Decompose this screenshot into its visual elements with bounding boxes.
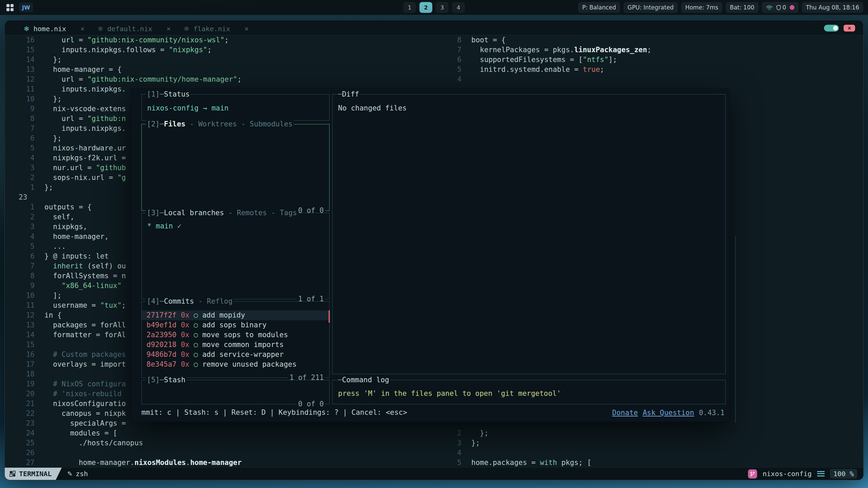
tab-home.nix[interactable]: ❄home.nix×: [24, 25, 85, 33]
code-text: inherit (self) ou: [44, 261, 126, 271]
terminal-mode-icon: [9, 471, 16, 477]
donate-link[interactable]: Donate: [612, 409, 638, 417]
line-number: 5: [432, 458, 461, 468]
code-text: };: [44, 183, 53, 192]
line-number: 13: [5, 320, 35, 330]
toggle-knob: [833, 26, 838, 30]
workspace-3[interactable]: 3: [436, 2, 449, 13]
editor-area[interactable]: 16 url = "github:nix-community/nixos-wsl…: [5, 35, 863, 467]
commit-row[interactable]: 2a23950 0x ○ move sops to modules: [142, 330, 329, 340]
code-text: "x86_64-linux": [44, 281, 122, 291]
line-number: 25: [5, 438, 35, 448]
code-text: forAllSystems = n: [44, 271, 126, 281]
lazygit-branches-panel[interactable]: [3]─Local branches - Remotes - Tags * ma…: [141, 213, 330, 299]
lazygit-version: 0.43.1: [699, 409, 725, 417]
line-number: 2: [5, 173, 35, 183]
lazygit-stash-panel[interactable]: [5]─Stash 0 of 0: [141, 380, 330, 404]
code-text: outputs = {: [44, 202, 92, 212]
code-line: 27 home-manager.nixosModules.home-manage…: [5, 458, 242, 468]
line-number: 4: [432, 75, 461, 84]
editor-pane-right[interactable]: 8boot = {7 kernelPackages = pkgs.linuxPa…: [432, 35, 651, 84]
shell-label: zsh: [76, 470, 88, 478]
tab-label: home.nix: [34, 25, 66, 33]
line-number: 10: [5, 291, 35, 301]
line-number: 3: [5, 163, 35, 173]
tray-icons[interactable]: 0: [762, 2, 798, 13]
code-text: supportedFilesystems = ["ntfs"];: [471, 55, 617, 65]
line-number: 16: [5, 350, 35, 360]
panel-title: ─Diff: [337, 90, 360, 99]
tab-close-icon[interactable]: ×: [244, 25, 249, 33]
lazygit-files-panel[interactable]: [2]─Files - Worktrees - Submodules 0 of …: [141, 124, 330, 211]
line-number: 2: [5, 212, 35, 222]
line-number: 8: [5, 114, 35, 124]
stat-badge: GPU: Integrated: [624, 2, 678, 13]
panel-title: [3]─Local branches - Remotes - Tags: [146, 208, 298, 218]
tab-close-icon[interactable]: ×: [166, 25, 171, 33]
line-number: 12: [5, 75, 35, 84]
code-line: 16 url = "github:nix-community/nixos-wsl…: [5, 35, 242, 45]
mode-label: TERMINAL: [19, 470, 52, 478]
code-text: url = "github:n: [44, 114, 126, 124]
code-text: };: [44, 134, 62, 143]
lazygit-diff-panel[interactable]: ─Diff No changed files: [332, 94, 726, 374]
commits-scrollbar[interactable]: [329, 310, 330, 323]
commit-row[interactable]: 9486b7d 0x ○ add service-wrapper: [142, 350, 329, 360]
ask-question-link[interactable]: Ask Question: [643, 409, 694, 417]
line-number: 4: [432, 448, 461, 458]
nix-snowflake-icon: ❄: [98, 25, 103, 33]
tab-close-icon[interactable]: ×: [80, 25, 85, 33]
commit-row[interactable]: d920218 0x ○ move common imports: [142, 340, 329, 350]
workspace-1[interactable]: 1: [403, 2, 416, 13]
session-name[interactable]: nixos-config: [763, 470, 812, 478]
editor-pane-right-bottom[interactable]: 2 };3};45home.packages = with pkgs; [: [432, 428, 591, 468]
menu-icon[interactable]: [817, 471, 825, 476]
commit-row[interactable]: b49ef1d 0x ○ add sops binary: [142, 320, 329, 330]
app-launcher-icon[interactable]: [5, 2, 15, 13]
code-text: # Custom packages: [44, 350, 126, 360]
check-icon: ✓: [177, 222, 182, 230]
line-number: 21: [5, 399, 35, 409]
tabs-container: ❄home.nix×❄default.nix×❄flake.nix×: [24, 25, 249, 33]
toggle-switch[interactable]: [824, 25, 839, 32]
mode-badge: TERMINAL: [5, 468, 62, 480]
lazygit-commits-panel[interactable]: [4]─Commits - Reflog 2717f2f 0x ○ add mo…: [141, 301, 330, 378]
code-text: };: [44, 94, 62, 104]
code-line: 5home.packages = with pkgs; [: [432, 458, 591, 468]
code-text: ./hosts/canopus: [44, 438, 143, 448]
line-number: 26: [5, 448, 35, 458]
code-text: };: [471, 428, 489, 438]
code-line: 24 modules = [: [5, 428, 242, 438]
line-number: 17: [5, 360, 35, 369]
stat-badge: P: Balanced: [578, 2, 620, 13]
line-number: 4: [5, 153, 35, 163]
code-text: ];: [44, 291, 62, 301]
code-text: home.packages = with pkgs; [: [471, 458, 591, 468]
workspace-4[interactable]: 4: [452, 2, 465, 13]
tab-label: default.nix: [107, 25, 152, 33]
logo-badge[interactable]: JW: [19, 3, 33, 12]
lazygit-command-log-panel[interactable]: ─Command log press 'M' in the files pane…: [332, 380, 726, 404]
code-line: 14 };: [5, 55, 242, 65]
code-text: ...: [44, 242, 66, 251]
line-number: 23: [5, 192, 35, 202]
line-number: 4: [5, 232, 35, 242]
tab-default.nix[interactable]: ❄default.nix×: [98, 25, 171, 33]
tab-flake.nix[interactable]: ❄flake.nix×: [184, 25, 249, 33]
git-repo-icon: [748, 469, 757, 479]
code-line: 25 ./hosts/canopus: [5, 438, 242, 448]
shell-tab[interactable]: ✎ zsh: [67, 470, 88, 478]
lazygit-status-panel[interactable]: [1]─Status nixos-config → main: [141, 94, 330, 121]
pane-scrollbar[interactable]: [735, 236, 736, 423]
code-text: nixpkgs,: [44, 222, 87, 232]
clock[interactable]: Thu Aug 08, 18:16: [802, 2, 863, 13]
commit-row[interactable]: 2717f2f 0x ○ add mopidy: [142, 310, 329, 320]
workspace-2[interactable]: 2: [419, 2, 432, 13]
commit-row[interactable]: 8e345a7 0x ○ remove unused packages: [142, 360, 329, 369]
shield-count: 0: [783, 4, 786, 11]
line-number: 2: [432, 428, 461, 438]
window-close-button[interactable]: ×: [844, 25, 855, 32]
panel-title: [5]─Stash: [146, 375, 186, 385]
tab-label: flake.nix: [193, 25, 230, 33]
line-number: 5: [5, 143, 35, 153]
